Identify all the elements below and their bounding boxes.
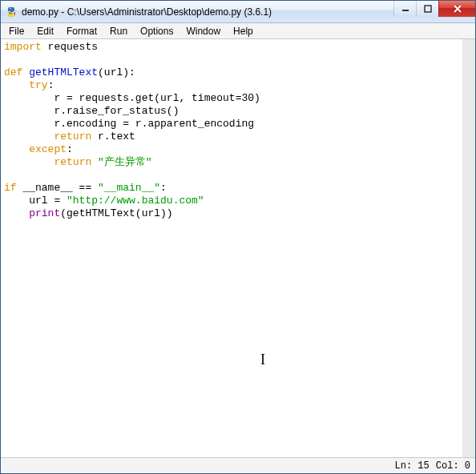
scroll-down-button[interactable]: ▼ (463, 444, 475, 457)
python-icon (6, 6, 18, 18)
code-text: (getHTMLText(url)) (60, 207, 172, 219)
code-text (4, 207, 29, 219)
kw-return: return (54, 131, 91, 143)
menubar: File Edit Format Run Options Window Help (1, 23, 475, 39)
code-text: : (160, 182, 167, 194)
code-text: : (67, 143, 73, 155)
minimize-button[interactable] (393, 1, 416, 17)
code-text: requests (42, 41, 98, 53)
scroll-up-button[interactable]: ▲ (463, 39, 475, 52)
str-literal: "http://www.baidu.com" (67, 195, 204, 207)
code-text: r.encoding = r.apparent_encoding (4, 118, 254, 130)
kw-except: except (29, 143, 67, 155)
statusbar: Ln: 15 Col: 0 (1, 457, 475, 473)
titlebar[interactable]: demo.py - C:\Users\Administrator\Desktop… (1, 1, 475, 23)
code-text: r.raise_for_status() (4, 105, 179, 117)
kw-try: try (29, 79, 47, 91)
menu-run[interactable]: Run (103, 24, 134, 38)
kw-if: if (4, 182, 17, 194)
code-text: __name__ == (17, 182, 98, 194)
kw-import: import (4, 41, 42, 53)
kw-def: def (4, 66, 22, 78)
menu-window[interactable]: Window (180, 24, 227, 38)
code-text: url = (4, 195, 67, 207)
code-text: : (48, 79, 54, 91)
idle-window: demo.py - C:\Users\Administrator\Desktop… (0, 0, 476, 474)
text-cursor-icon: I (260, 353, 265, 366)
close-button[interactable] (438, 1, 475, 17)
svg-rect-3 (425, 6, 431, 12)
str-literal: "产生异常" (98, 156, 152, 168)
menu-file[interactable]: File (2, 24, 30, 38)
svg-point-0 (10, 7, 10, 8)
code-editor[interactable]: import requests def getHTMLText(url): tr… (1, 39, 475, 457)
menu-edit[interactable]: Edit (30, 24, 60, 38)
vertical-scrollbar[interactable]: ▲ ▼ (462, 39, 475, 457)
code-text: r = requests.get(url, timeout=30) (4, 92, 260, 104)
str-literal: "__main__" (98, 182, 160, 194)
def-name: getHTMLText (22, 66, 98, 78)
menu-options[interactable]: Options (134, 24, 180, 38)
menu-help[interactable]: Help (227, 24, 260, 38)
code-text: r.text (91, 131, 135, 143)
kw-return: return (54, 156, 91, 168)
maximize-button[interactable] (416, 1, 438, 17)
window-controls (393, 1, 475, 17)
code-text: (url): (98, 66, 135, 78)
code-text (91, 156, 98, 168)
builtin-print: print (29, 207, 60, 219)
menu-format[interactable]: Format (60, 24, 103, 38)
status-line: Ln: 15 (395, 460, 430, 472)
svg-point-1 (13, 14, 14, 15)
status-col: Col: 0 (436, 460, 470, 472)
